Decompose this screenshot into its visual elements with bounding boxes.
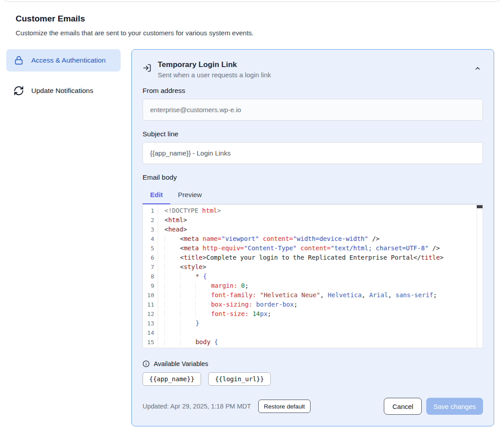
variable-chip-login-url[interactable]: {{login_url}} [208, 372, 271, 386]
save-changes-button[interactable]: Save changes [426, 398, 483, 415]
email-body-label: Email body [143, 173, 483, 181]
cancel-button[interactable]: Cancel [384, 398, 422, 415]
updated-timestamp: Updated: Apr 29, 2025, 1:18 PM MDT [143, 403, 251, 410]
collapse-panel-button[interactable] [472, 63, 483, 74]
from-address-label: From address [143, 87, 483, 95]
tab-preview[interactable]: Preview [170, 187, 209, 204]
email-body-tabs: Edit Preview [143, 187, 483, 204]
panel-footer: Updated: Apr 29, 2025, 1:18 PM MDT Resto… [143, 398, 483, 415]
sidebar-item-access-authentication[interactable]: Access & Authentication [6, 49, 121, 72]
editor-scrollbar[interactable] [477, 205, 483, 348]
content-layout: Access & Authentication Update Notificat… [0, 49, 504, 426]
login-icon [143, 63, 151, 72]
sidebar-item-label: Access & Authentication [31, 55, 105, 66]
panel-title: Temporary Login Link [158, 60, 466, 69]
email-types-sidebar: Access & Authentication Update Notificat… [6, 49, 121, 102]
sidebar-item-label: Update Notifications [31, 85, 93, 96]
variable-chips: {{app_name}} {{login_url}} [143, 372, 483, 386]
sidebar-item-update-notifications[interactable]: Update Notifications [6, 80, 121, 102]
lock-icon [13, 55, 24, 66]
panel-subtitle: Sent when a user requests a login link [158, 71, 466, 79]
previous-card-bottom-edge [4, 0, 500, 2]
subject-line-label: Subject line [143, 130, 483, 138]
tab-edit[interactable]: Edit [143, 187, 170, 204]
available-variables-header: Available Variables [143, 360, 483, 367]
temporary-login-link-panel: Temporary Login Link Sent when a user re… [131, 49, 494, 426]
editor-scrollbar-thumb[interactable] [477, 205, 483, 208]
restore-default-button[interactable]: Restore default [258, 400, 311, 413]
subject-line-input[interactable] [143, 142, 483, 164]
available-variables-label: Available Variables [154, 360, 208, 367]
variable-chip-app-name[interactable]: {{app_name}} [143, 372, 201, 386]
page-title: Customer Emails [16, 14, 504, 24]
code-lines[interactable]: <!DOCTYPE html><html><head> <meta name="… [158, 205, 483, 348]
from-address-input[interactable] [143, 99, 483, 121]
panel-header: Temporary Login Link Sent when a user re… [143, 60, 483, 79]
chevron-up-icon [474, 65, 481, 72]
gutter: 12345678910111213141516 [143, 205, 158, 348]
page-subtitle: Customize the emails that are sent to yo… [16, 29, 504, 37]
refresh-icon [13, 85, 24, 96]
code-editor[interactable]: 12345678910111213141516 <!DOCTYPE html><… [143, 204, 483, 348]
info-icon [143, 360, 150, 367]
